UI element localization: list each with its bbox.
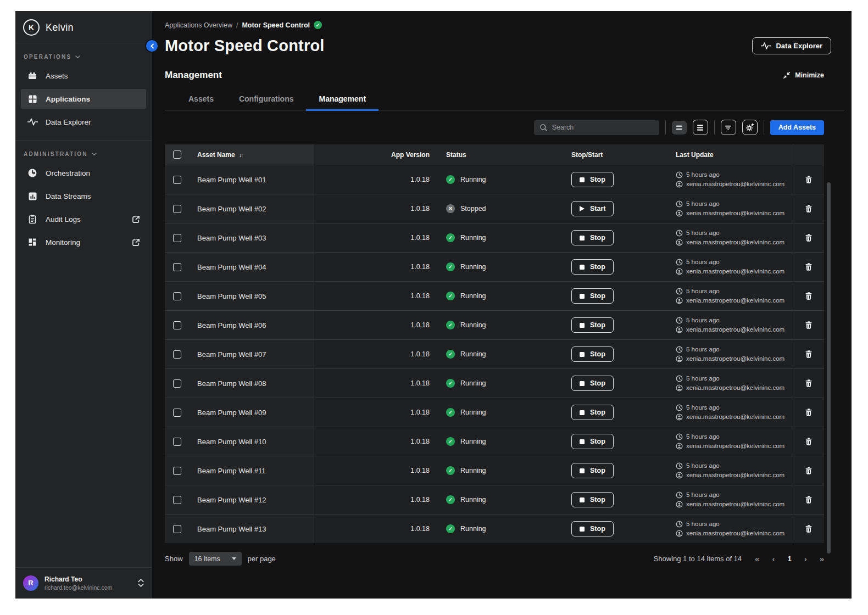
stop-start-button[interactable]: Stop <box>571 346 614 362</box>
delete-button[interactable] <box>801 521 816 536</box>
delete-button[interactable] <box>801 317 816 333</box>
tab-configurations[interactable]: Configurations <box>226 90 307 110</box>
delete-button[interactable] <box>801 230 816 245</box>
user-icon <box>676 355 683 362</box>
sidebar-collapse-button[interactable] <box>146 40 158 52</box>
delete-button[interactable] <box>801 463 816 478</box>
status-text: Running <box>460 321 486 329</box>
search-input[interactable] <box>552 124 654 131</box>
row-checkbox[interactable] <box>173 350 181 359</box>
status-icon: ✓ <box>446 321 455 329</box>
minimize-button[interactable]: Minimize <box>783 71 824 79</box>
stop-start-button[interactable]: Stop <box>571 521 614 536</box>
vertical-scrollbar[interactable] <box>827 182 831 554</box>
page-size-select[interactable]: 16 items <box>189 552 242 566</box>
row-checkbox[interactable] <box>173 234 181 242</box>
table-row: Beam Pump Well #04 1.0.18 ✓ Running Stop… <box>165 252 824 281</box>
column-status: Status <box>446 151 466 159</box>
unfold-more-icon <box>138 579 144 587</box>
table-footer: Show 16 items per page Showing 1 to 14 i… <box>165 552 824 566</box>
sidebar-section-operations[interactable]: OPERATIONS <box>15 43 152 64</box>
row-checkbox[interactable] <box>173 438 181 446</box>
user-icon <box>676 297 683 304</box>
add-assets-button[interactable]: Add Assets <box>770 120 824 135</box>
tab-assets[interactable]: Assets <box>176 90 226 110</box>
row-checkbox[interactable] <box>173 379 181 388</box>
row-checkbox[interactable] <box>173 176 181 184</box>
row-checkbox[interactable] <box>173 292 181 300</box>
breadcrumb-parent-link[interactable]: Applications Overview <box>165 21 232 29</box>
sidebar-item-orchestration[interactable]: Orchestration <box>21 163 146 183</box>
clock-icon <box>676 491 683 499</box>
row-checkbox[interactable] <box>173 496 181 504</box>
user-icon <box>676 326 683 333</box>
prev-page-button[interactable]: ‹ <box>772 555 775 563</box>
view-compact-button[interactable] <box>672 121 687 135</box>
data-explorer-button[interactable]: Data Explorer <box>752 37 831 54</box>
filter-button[interactable] <box>721 120 736 135</box>
clock-icon <box>676 346 683 353</box>
sidebar-item-audit-logs[interactable]: Audit Logs <box>21 209 146 229</box>
delete-button[interactable] <box>801 376 816 391</box>
settings-gear-button[interactable] <box>742 120 758 135</box>
last-update-user: xenia.mastropetrou@kelvininc.com <box>686 181 784 188</box>
stop-start-button[interactable]: Stop <box>571 492 614 507</box>
section-heading: Management <box>165 70 222 81</box>
delete-button[interactable] <box>801 346 816 362</box>
bar-chart-icon <box>27 191 38 202</box>
row-checkbox[interactable] <box>173 205 181 213</box>
delete-button[interactable] <box>801 201 816 216</box>
delete-button[interactable] <box>801 405 816 420</box>
tab-bar: Assets Configurations Management <box>165 90 844 110</box>
stop-start-button[interactable]: Stop <box>571 405 614 420</box>
last-update-user: xenia.mastropetrou@kelvininc.com <box>686 268 784 276</box>
user-icon <box>676 268 683 275</box>
sort-control[interactable]: ↓↑ <box>239 152 243 158</box>
stop-start-button[interactable]: Stop <box>571 317 614 333</box>
last-update-user: xenia.mastropetrou@kelvininc.com <box>686 530 784 538</box>
kelvin-logo-icon: K <box>23 19 40 36</box>
row-checkbox[interactable] <box>173 409 181 417</box>
stop-start-button[interactable]: Stop <box>571 288 614 304</box>
user-icon <box>676 210 683 217</box>
stop-start-button[interactable]: Stop <box>571 230 614 245</box>
view-list-button[interactable] <box>693 120 708 135</box>
delete-button[interactable] <box>801 434 816 449</box>
clock-icon <box>676 171 683 178</box>
sidebar-item-applications[interactable]: Applications <box>21 89 146 109</box>
user-menu[interactable]: R Richard Teo richard.teo@kelvininc.com <box>15 567 152 599</box>
stop-start-button[interactable]: Stop <box>571 259 614 275</box>
sidebar-section-administration[interactable]: ADMINISTRATION <box>15 141 152 161</box>
row-checkbox[interactable] <box>173 263 181 271</box>
stop-start-button[interactable]: Stop <box>571 376 614 391</box>
logo-text: Kelvin <box>46 22 74 33</box>
sidebar-item-data-explorer[interactable]: Data Explorer <box>21 112 146 132</box>
delete-button[interactable] <box>801 492 816 507</box>
status-text: Running <box>460 438 486 445</box>
select-all-checkbox[interactable] <box>173 150 181 159</box>
tab-management[interactable]: Management <box>306 90 379 110</box>
delete-button[interactable] <box>801 259 816 275</box>
stop-start-button[interactable]: Start <box>571 201 614 216</box>
next-page-button[interactable]: › <box>804 555 807 563</box>
user-email: richard.teo@kelvininc.com <box>44 584 112 591</box>
stop-start-button[interactable]: Stop <box>571 172 614 187</box>
app-version: 1.0.18 <box>410 467 430 474</box>
status-icon: ✓ <box>446 262 455 271</box>
delete-button[interactable] <box>801 288 816 304</box>
stop-start-button[interactable]: Stop <box>571 463 614 478</box>
last-page-button[interactable]: » <box>820 555 824 563</box>
last-update-time: 5 hours ago <box>686 200 720 208</box>
first-page-button[interactable]: « <box>755 555 759 563</box>
stop-start-icon <box>580 352 585 357</box>
row-checkbox[interactable] <box>173 467 181 475</box>
delete-button[interactable] <box>801 172 816 187</box>
stop-start-button[interactable]: Stop <box>571 434 614 449</box>
sidebar-item-monitoring[interactable]: Monitoring <box>21 232 146 252</box>
sidebar-item-assets[interactable]: Assets <box>21 66 146 86</box>
search-box[interactable] <box>534 120 659 135</box>
user-icon <box>676 501 683 508</box>
sidebar-item-data-streams[interactable]: Data Streams <box>21 186 146 206</box>
row-checkbox[interactable] <box>173 525 181 533</box>
row-checkbox[interactable] <box>173 321 181 329</box>
